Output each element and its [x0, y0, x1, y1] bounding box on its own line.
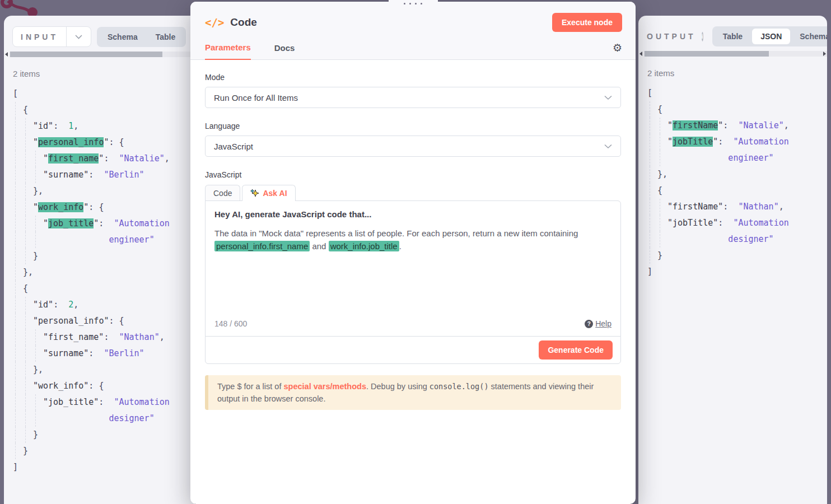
mode-value: Run Once for All Items — [214, 93, 298, 102]
drag-handle[interactable] — [389, 0, 438, 7]
language-value: JavaScript — [214, 142, 253, 151]
input-json-view: [{"id": 1,"personal_info": {"first_name"… — [13, 86, 195, 475]
output-view-tabs: Table JSON Schema — [712, 26, 827, 46]
chevron-down-icon — [604, 95, 612, 100]
scrollbar-thumb[interactable] — [10, 52, 162, 57]
code-node-icon: </> — [205, 16, 224, 29]
prompt-text[interactable]: The data in "Mock data" represents a lis… — [214, 227, 610, 253]
tab-docs[interactable]: Docs — [274, 43, 295, 59]
question-mark-icon: ? — [585, 320, 593, 328]
chevron-down-icon[interactable] — [66, 27, 91, 46]
scroll-left-arrow-icon[interactable] — [5, 52, 8, 57]
generate-code-button[interactable]: Generate Code — [539, 340, 613, 360]
input-view-tabs: Schema Table — [97, 27, 186, 47]
sparkles-icon — [250, 189, 259, 198]
mode-label: Mode — [205, 73, 621, 82]
execute-node-button[interactable]: Execute node — [552, 13, 622, 32]
info-icon[interactable]: i — [702, 32, 703, 41]
input-panel-label: INPUT — [13, 27, 66, 46]
output-panel-label: OUTPUT — [647, 32, 696, 41]
language-label: Language — [205, 122, 621, 130]
tab-schema[interactable]: Schema — [791, 29, 827, 44]
tab-parameters[interactable]: Parameters — [205, 43, 251, 60]
scroll-right-arrow-icon[interactable] — [823, 52, 826, 56]
output-items-count: 2 items — [647, 68, 827, 78]
javascript-label: JavaScript — [205, 170, 621, 179]
prompt-title: Hey AI, generate JavaScript code that... — [214, 209, 611, 219]
tab-table[interactable]: Table — [147, 29, 184, 45]
code-node-modal: </> Code Execute node Parameters Docs ⚙ … — [190, 2, 636, 504]
tab-schema[interactable]: Schema — [99, 29, 146, 45]
tab-json[interactable]: JSON — [752, 29, 790, 44]
help-link[interactable]: ? Help — [585, 319, 611, 328]
input-source-select[interactable]: INPUT — [12, 26, 91, 47]
tab-table[interactable]: Table — [715, 29, 751, 44]
output-horizontal-scrollbar[interactable] — [638, 50, 827, 57]
mode-select[interactable]: Run Once for All Items — [205, 87, 621, 108]
scrollbar-thumb[interactable] — [645, 51, 769, 57]
input-items-count: 2 items — [13, 69, 195, 78]
gear-icon[interactable]: ⚙ — [613, 41, 622, 59]
scroll-left-arrow-icon[interactable] — [639, 52, 642, 56]
input-horizontal-scrollbar[interactable] — [4, 51, 195, 58]
input-panel: INPUT Schema Table 2 items [{"id": 1,"pe… — [4, 16, 195, 504]
ask-ai-prompt-box[interactable]: Hey AI, generate JavaScript code that...… — [205, 200, 621, 337]
output-panel: OUTPUT i Table JSON Schema 2 items [{"fi… — [638, 16, 827, 504]
node-title: Code — [230, 16, 257, 29]
output-json-view: [{"firstName": "Natalie","jobTitle": "Au… — [647, 85, 827, 280]
chevron-down-icon — [604, 144, 612, 149]
tab-code-editor[interactable]: Code — [205, 185, 240, 200]
language-select[interactable]: JavaScript — [205, 136, 621, 157]
editor-hint: Type $ for a list of special vars/method… — [205, 375, 621, 410]
tab-ask-ai[interactable]: Ask AI — [242, 185, 295, 201]
character-counter: 148 / 600 — [214, 319, 247, 328]
